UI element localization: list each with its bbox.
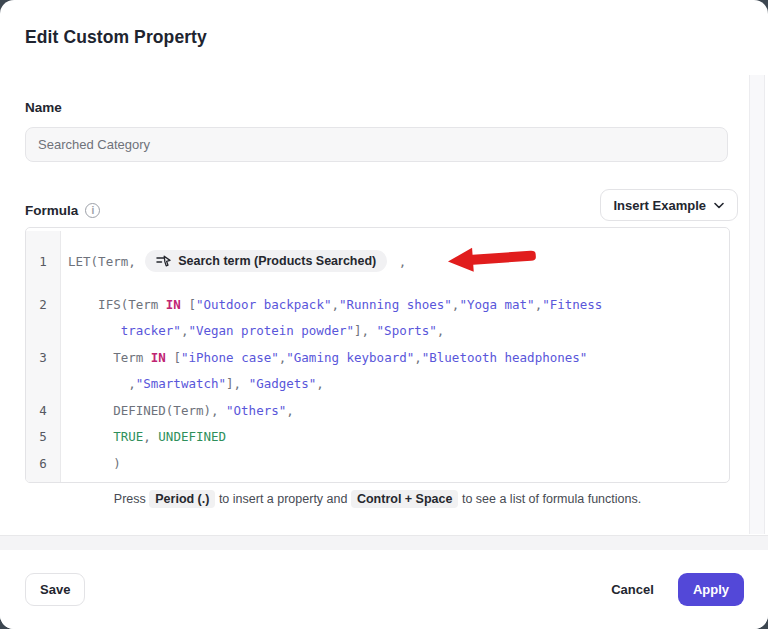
hint-text: to see a list of formula functions. (458, 492, 641, 506)
formula-label-row: Formula i (25, 203, 100, 218)
code-line: Term IN ["iPhone case","Gaming keyboard"… (61, 350, 587, 365)
kbd-period: Period (.) (149, 490, 215, 508)
code-line: tracker","Vegan protein powder"], "Sport… (61, 323, 444, 338)
footer-gap-band (0, 536, 768, 550)
line-number: 4 (26, 397, 61, 424)
line-number: 2 (26, 291, 61, 318)
code-row: 1LET(Term, Search term (Products Searche… (26, 228, 729, 291)
code-row: ,"Smartwatch"], "Gadgets", (26, 371, 729, 398)
code-line: LET(Term, Search term (Products Searched… (61, 231, 538, 291)
line-number: 1 (26, 231, 61, 291)
editor-hint: Press Period (.) to insert a property an… (25, 492, 730, 506)
code-row: 7 ) (26, 477, 729, 484)
line-number: 5 (26, 424, 61, 451)
line-number: 7 (26, 477, 61, 484)
insert-example-button[interactable]: Insert Example (600, 189, 739, 221)
line-number (26, 371, 61, 398)
code-row: 6 ) (26, 450, 729, 477)
formula-editor[interactable]: 1LET(Term, Search term (Products Searche… (25, 227, 730, 483)
property-chip[interactable]: Search term (Products Searched) (145, 250, 387, 272)
code-line: TRUE, UNDEFINED (61, 429, 226, 444)
save-button[interactable]: Save (25, 573, 85, 606)
code-row: 3 Term IN ["iPhone case","Gaming keyboar… (26, 344, 729, 371)
hint-text: Press (114, 492, 149, 506)
code-row: tracker","Vegan protein powder"], "Sport… (26, 318, 729, 345)
vertical-scrollbar[interactable] (749, 75, 765, 534)
search-term-property-icon (156, 254, 171, 268)
line-number: 6 (26, 450, 61, 477)
chevron-down-icon (714, 202, 724, 209)
red-annotation-arrow (414, 227, 540, 295)
code-row: 5 TRUE, UNDEFINED (26, 424, 729, 451)
property-chip-label: Search term (Products Searched) (178, 254, 376, 268)
code-line: IFS(Term IN ["Outdoor backpack","Running… (61, 297, 602, 312)
formula-label: Formula (25, 203, 78, 218)
code-rows: 1LET(Term, Search term (Products Searche… (26, 228, 729, 483)
line-number: 3 (26, 344, 61, 371)
edit-custom-property-modal: Edit Custom Property Name Formula i Inse… (0, 0, 768, 629)
modal-footer: Save Cancel Apply (0, 550, 768, 629)
line-number (26, 318, 61, 345)
cancel-button[interactable]: Cancel (599, 573, 666, 606)
code-line: ) (61, 456, 121, 471)
code-line: ,"Smartwatch"], "Gadgets", (61, 376, 324, 391)
kbd-control-space: Control + Space (351, 490, 459, 508)
name-input[interactable] (25, 127, 728, 162)
code-line: ) (61, 482, 91, 483)
apply-button[interactable]: Apply (678, 573, 744, 606)
hint-text: to insert a property and (215, 492, 351, 506)
name-label: Name (25, 100, 62, 115)
info-icon[interactable]: i (85, 203, 100, 218)
insert-example-label: Insert Example (614, 198, 707, 213)
code-row: 4 DEFINED(Term), "Others", (26, 397, 729, 424)
code-line: DEFINED(Term), "Others", (61, 403, 294, 418)
code-row: 2 IFS(Term IN ["Outdoor backpack","Runni… (26, 291, 729, 318)
page-title: Edit Custom Property (25, 27, 207, 48)
